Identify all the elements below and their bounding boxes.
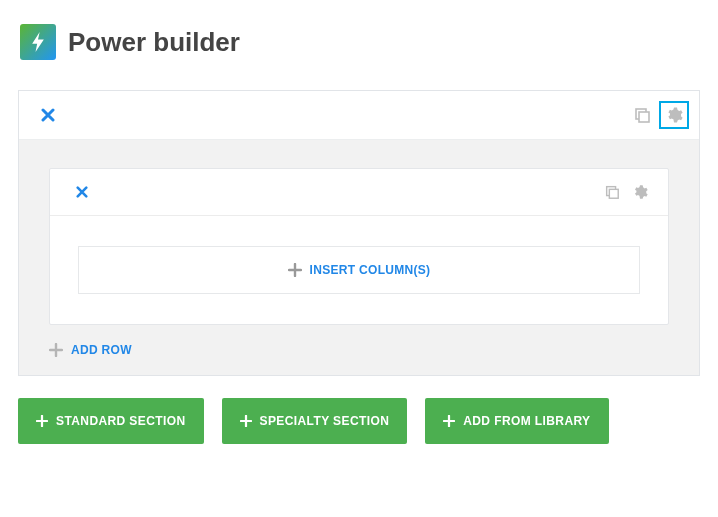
close-icon bbox=[41, 108, 55, 122]
section-toolbar bbox=[19, 91, 699, 139]
gear-icon bbox=[665, 106, 683, 124]
close-icon bbox=[76, 186, 88, 198]
remove-row-button[interactable] bbox=[70, 181, 94, 203]
plus-icon bbox=[49, 343, 63, 357]
remove-section-button[interactable] bbox=[35, 103, 61, 127]
specialty-section-label: SPECIALTY SECTION bbox=[260, 414, 390, 428]
add-from-library-button[interactable]: ADD FROM LIBRARY bbox=[425, 398, 608, 444]
svg-rect-1 bbox=[639, 112, 649, 122]
insert-columns-label: INSERT COLUMN(S) bbox=[310, 263, 431, 277]
standard-section-button[interactable]: STANDARD SECTION bbox=[18, 398, 204, 444]
duplicate-section-button[interactable] bbox=[627, 101, 657, 129]
add-from-library-label: ADD FROM LIBRARY bbox=[463, 414, 590, 428]
add-section-actions: STANDARD SECTION SPECIALTY SECTION ADD F… bbox=[0, 376, 718, 444]
section-block: INSERT COLUMN(S) ADD ROW bbox=[18, 90, 700, 376]
plus-icon bbox=[36, 415, 48, 427]
duplicate-row-button[interactable] bbox=[598, 179, 626, 205]
copy-icon bbox=[633, 106, 651, 124]
standard-section-label: STANDARD SECTION bbox=[56, 414, 186, 428]
svg-rect-3 bbox=[609, 189, 618, 198]
section-body: INSERT COLUMN(S) ADD ROW bbox=[19, 139, 699, 375]
row-settings-button[interactable] bbox=[626, 179, 654, 205]
builder-canvas: INSERT COLUMN(S) ADD ROW bbox=[0, 70, 718, 376]
insert-columns-button[interactable]: INSERT COLUMN(S) bbox=[78, 246, 640, 294]
app-title: Power builder bbox=[68, 27, 240, 58]
plus-icon bbox=[240, 415, 252, 427]
app-logo bbox=[20, 24, 56, 60]
app-header: Power builder bbox=[0, 0, 718, 70]
row-block: INSERT COLUMN(S) bbox=[49, 168, 669, 325]
plus-icon bbox=[443, 415, 455, 427]
row-toolbar bbox=[50, 169, 668, 216]
add-row-button[interactable]: ADD ROW bbox=[49, 343, 669, 357]
gear-icon bbox=[632, 184, 648, 200]
specialty-section-button[interactable]: SPECIALTY SECTION bbox=[222, 398, 408, 444]
plus-icon bbox=[288, 263, 302, 277]
copy-icon bbox=[604, 184, 620, 200]
add-row-label: ADD ROW bbox=[71, 343, 132, 357]
section-settings-button[interactable] bbox=[659, 101, 689, 129]
lightning-icon bbox=[28, 30, 48, 54]
